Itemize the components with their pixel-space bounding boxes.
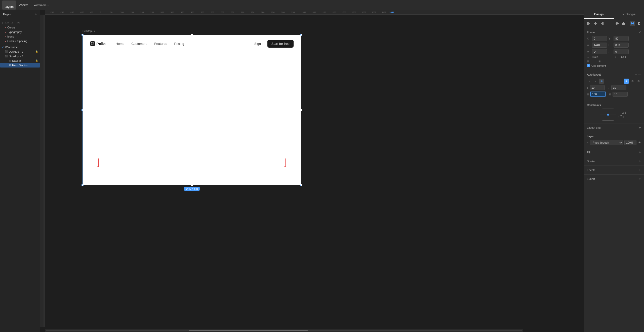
tab-design[interactable]: Design (584, 10, 614, 19)
eye-icon[interactable]: 👁 (638, 141, 641, 144)
al-direction-down[interactable]: ↓ (587, 79, 592, 84)
nav-features[interactable]: Features (154, 42, 167, 46)
start-free-button[interactable]: Start for free (267, 40, 294, 48)
svg-rect-39 (588, 22, 589, 23)
svg-text:950: 950 (291, 11, 295, 13)
svg-rect-63 (631, 22, 632, 24)
layer-desktop2[interactable]: ⬛ Desktop - 2 (0, 54, 40, 58)
layout-grid-add[interactable]: + (639, 125, 641, 130)
layer-grids[interactable]: ⬥ Grids & Spacing (0, 39, 40, 43)
layer-typography[interactable]: ⬥ Typography (0, 30, 40, 34)
link-icon: ⊞ (587, 60, 589, 63)
layer-icons[interactable]: ⬥ Icons (0, 34, 40, 39)
export-add[interactable]: + (639, 177, 641, 181)
svg-text:400: 400 (181, 11, 184, 13)
al-align-active[interactable]: ⊞ (599, 79, 604, 84)
svg-rect-53 (612, 23, 612, 24)
auto-layout-more[interactable]: ··· (638, 73, 641, 77)
align-center-h-btn[interactable] (593, 21, 598, 26)
svg-text:900: 900 (281, 11, 285, 13)
scrollbar-thumb[interactable] (189, 330, 308, 331)
padding-input2[interactable] (613, 92, 628, 97)
layers-section: FOUNDATION ⬥ Colors ⬥ Typography ⬥ Icons… (0, 20, 40, 332)
fill-row[interactable]: Fill + (584, 148, 644, 157)
brand-name: Polio (96, 42, 106, 46)
clip-content-checkbox[interactable]: ✓ (587, 64, 590, 67)
alignment-toolbar (584, 19, 644, 28)
svg-text:100: 100 (120, 11, 124, 13)
grids-icon: ⬥ (5, 40, 6, 42)
scrollbar-track[interactable] (46, 330, 522, 331)
add-page-button[interactable]: + (35, 12, 37, 17)
layer-navbar[interactable]: ⊞ Navbar 🔒 (0, 58, 40, 63)
nav-customers[interactable]: Customers (131, 42, 147, 46)
navbar: Polio Home Customers Features Pricing Si… (83, 35, 301, 52)
stroke-row[interactable]: Stroke + (584, 157, 644, 166)
export-row[interactable]: Export + (584, 175, 644, 183)
canvas-area[interactable]: -250 -200 -150 -100 -50 0 50 100 150 200… (40, 10, 584, 332)
layer-desktop1[interactable]: ⬛ Desktop - 1 🔒 (0, 49, 40, 54)
constraints-title: Constraints (587, 104, 601, 107)
layer-hero-section[interactable]: ⊞ Hero Section (0, 63, 40, 68)
tab-wireframe[interactable]: Wireframe... (31, 3, 51, 8)
fixed-h-label: Fixed (592, 56, 613, 58)
clip-content-row[interactable]: ✓ Clip content (587, 64, 641, 67)
al-align-right[interactable]: ⊟ (630, 79, 635, 84)
y-label: Y (609, 37, 612, 40)
tab-assets[interactable]: Assets (17, 2, 31, 8)
x-input[interactable] (592, 36, 607, 41)
spacing-icon: ↕ (587, 86, 588, 89)
svg-text:550: 550 (211, 11, 214, 13)
frame-section: Frame ⤢ X Y W H ↻ ⌐ (584, 28, 644, 70)
tab-prototype[interactable]: Prototype (614, 10, 644, 19)
distribute-h-btn[interactable] (630, 21, 635, 26)
align-bottom-btn[interactable] (621, 21, 626, 26)
al-distribute[interactable]: ⊞ (624, 79, 629, 84)
constraint-v-icon: ↕ (618, 115, 619, 118)
spacing-input[interactable] (590, 85, 605, 90)
canvas-background[interactable]: Desktop - 2 (45, 15, 584, 329)
rotation-input[interactable] (592, 49, 607, 54)
horizontal-scrollbar[interactable] (45, 329, 523, 332)
svg-point-38 (92, 43, 93, 44)
corner-input[interactable] (611, 85, 626, 90)
padding-input[interactable] (590, 92, 606, 97)
al-align-bottom[interactable]: ⊡ (636, 79, 641, 84)
svg-text:850: 850 (271, 11, 275, 13)
svg-text:350: 350 (171, 11, 174, 13)
expand-frame-btn[interactable]: ⤢ (638, 30, 641, 34)
h-label: H (609, 44, 612, 47)
svg-rect-68 (638, 24, 640, 25)
w-input[interactable] (592, 43, 607, 48)
layout-grid-row[interactable]: Layout grid + (584, 123, 644, 132)
nav-home[interactable]: Home (116, 42, 125, 46)
svg-text:1050: 1050 (311, 11, 316, 13)
layer-colors[interactable]: ⬥ Colors (0, 25, 40, 30)
effects-add[interactable]: + (639, 168, 641, 172)
desktop1-icon: ⬛ (5, 50, 8, 53)
layer-wireframe-page[interactable]: ✓ Wireframe (0, 45, 40, 49)
svg-rect-42 (587, 22, 588, 25)
align-left-btn[interactable] (586, 21, 592, 26)
nav-pricing[interactable]: Pricing (174, 42, 184, 46)
corner-radius-input[interactable] (614, 49, 629, 54)
y-input[interactable] (614, 36, 629, 41)
blend-mode-select[interactable]: Pass through (590, 140, 623, 145)
align-middle-btn[interactable] (615, 21, 620, 26)
x-label: X (587, 37, 590, 40)
fill-add[interactable]: + (639, 150, 641, 155)
opacity-input[interactable] (624, 140, 636, 145)
align-right-btn[interactable] (599, 21, 604, 26)
rotation-row: ↻ ⌐ (587, 49, 641, 54)
stroke-add[interactable]: + (639, 159, 641, 163)
effects-row[interactable]: Effects + (584, 166, 644, 175)
h-input[interactable] (614, 43, 629, 48)
distribute-v-btn[interactable] (636, 21, 641, 26)
svg-text:-250: -250 (50, 11, 54, 13)
sign-in-button[interactable]: Sign in (254, 42, 264, 46)
align-top-btn[interactable] (608, 21, 613, 26)
svg-rect-40 (588, 23, 590, 24)
al-wrap[interactable]: ⤢ (593, 79, 598, 84)
tab-layers[interactable]: ☰ Layers (2, 1, 16, 10)
auto-layout-minus[interactable]: − (635, 73, 637, 77)
